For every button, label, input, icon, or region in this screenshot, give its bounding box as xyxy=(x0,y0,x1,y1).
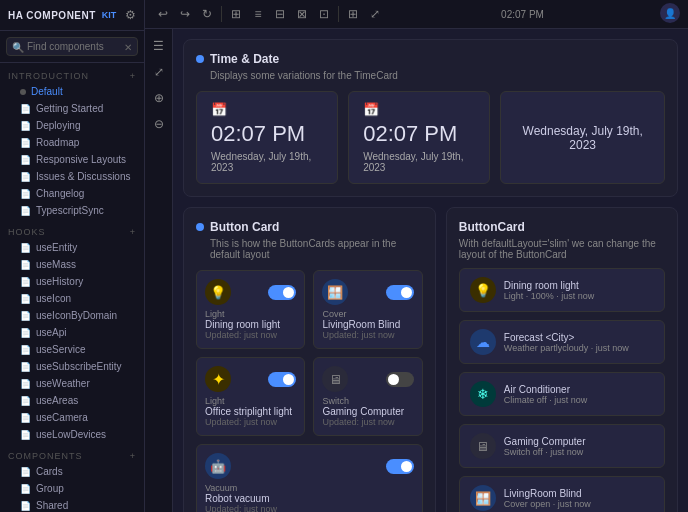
hooks-section-header: HOOKS + xyxy=(0,225,144,239)
calendar-icon: 📅 xyxy=(211,102,227,117)
gear-icon[interactable]: ⚙ xyxy=(125,8,136,22)
btn-item-office-light[interactable]: ✦ Light Office striplight light Updated:… xyxy=(196,357,305,436)
btn-item-header: ✦ xyxy=(205,366,296,392)
components-section: COMPONENTS + 📄Cards 📄Group 📄Shared 📄Them… xyxy=(0,443,144,512)
sidebar-item-usesubscribe[interactable]: 📄useSubscribeEntity xyxy=(0,358,144,375)
blind-icon: 🪟 xyxy=(322,279,348,305)
sidebar-item-useentity[interactable]: 📄useEntity xyxy=(0,239,144,256)
nav-back-icon[interactable]: ↩ xyxy=(153,4,173,24)
time-card-title: Time & Date xyxy=(210,52,279,66)
toggle-blind[interactable] xyxy=(386,285,414,300)
entity-info: Gaming Computer Switch off · just now xyxy=(504,436,654,457)
sidebar-item-useicon[interactable]: 📄useIcon xyxy=(0,290,144,307)
time-box-1: 📅 02:07 PM Wednesday, July 19th, 2023 xyxy=(196,91,338,184)
refresh-icon[interactable]: ↻ xyxy=(197,4,217,24)
sidebar-item-getting-started[interactable]: 📄 Getting Started xyxy=(0,100,144,117)
sidebar-item-default[interactable]: Default xyxy=(0,83,144,100)
sidebar-item-cards[interactable]: 📄Cards xyxy=(0,463,144,480)
app-title: HA COMPONENT xyxy=(8,10,96,21)
entity-blind-right[interactable]: 🪟 LivingRoom Blind Cover open · just now xyxy=(459,476,665,512)
sidebar-header: HA COMPONENT KIT ⚙ xyxy=(0,0,144,31)
sidebar-item-useiconbydomain[interactable]: 📄useIconByDomain xyxy=(0,307,144,324)
toggle-office[interactable] xyxy=(268,372,296,387)
intro-section: INTRODUCTION + Default 📄 Getting Started… xyxy=(0,63,144,219)
hooks-section: HOOKS + 📄useEntity 📄useMass 📄useHistory … xyxy=(0,219,144,443)
sidebar-item-uselowdevices[interactable]: 📄useLowDevices xyxy=(0,426,144,443)
columns-icon[interactable]: ⊟ xyxy=(270,4,290,24)
btn-item-header: 🪟 xyxy=(322,279,413,305)
user-avatar[interactable]: 👤 xyxy=(660,3,680,23)
sidebar-item-issues[interactable]: 📄 Issues & Discussions xyxy=(0,168,144,185)
entity-forecast[interactable]: ☁ Forecast <City> Weather partlycloudy ·… xyxy=(459,320,665,364)
sidebar-item-useapi[interactable]: 📄useApi xyxy=(0,324,144,341)
sidebar-item-typescript[interactable]: 📄 TypescriptSync xyxy=(0,202,144,219)
file-icon: 📄 xyxy=(20,138,31,148)
sidebar-item-usecamera[interactable]: 📄useCamera xyxy=(0,409,144,426)
file-icon: 📄 xyxy=(20,189,31,199)
time-date-card: Time & Date Displays some variations for… xyxy=(183,39,678,197)
office-light-icon: ✦ xyxy=(205,366,231,392)
sidebar-item-deploying[interactable]: 📄 Deploying xyxy=(0,117,144,134)
sidebar-item-usehistory[interactable]: 📄useHistory xyxy=(0,273,144,290)
expand-icon[interactable]: ⤢ xyxy=(365,4,385,24)
topbar-separator xyxy=(221,6,222,22)
entity-ac[interactable]: ❄ Air Conditioner Climate off · just now xyxy=(459,372,665,416)
section-indicator-2 xyxy=(196,223,204,231)
btn-item-dining-light[interactable]: 💡 Light Dining room light Updated: just … xyxy=(196,270,305,349)
button-grid: 💡 Light Dining room light Updated: just … xyxy=(196,270,423,512)
sidebar-item-roadmap[interactable]: 📄 Roadmap xyxy=(0,134,144,151)
file-icon: 📄 xyxy=(20,121,31,131)
entity-dining-light[interactable]: 💡 Dining room light Light · 100% · just … xyxy=(459,268,665,312)
search-input[interactable] xyxy=(6,37,138,56)
sidebar-item-useservice[interactable]: 📄useService xyxy=(0,341,144,358)
toggle-gaming[interactable] xyxy=(386,372,414,387)
time-card-title-row: Time & Date xyxy=(196,52,665,66)
entity-info: Forecast <City> Weather partlycloudy · j… xyxy=(504,332,654,353)
app-subtitle: KIT xyxy=(102,10,117,20)
sidebar: HA COMPONENT KIT ⚙ 🔍 ✕ INTRODUCTION + De… xyxy=(0,0,145,512)
sidebar-item-usemass[interactable]: 📄useMass xyxy=(0,256,144,273)
sidebar-item-useweather[interactable]: 📄useWeather xyxy=(0,375,144,392)
content-wrapper: ☰ ⤢ ⊕ ⊖ Time & Date Displays some variat… xyxy=(145,29,688,512)
entity-info: Air Conditioner Climate off · just now xyxy=(504,384,654,405)
gaming-icon: 🖥 xyxy=(322,366,348,392)
sidebar-item-group[interactable]: 📄Group xyxy=(0,480,144,497)
button-card-left: Button Card This is how the ButtonCards … xyxy=(183,207,436,512)
list-icon[interactable]: ≡ xyxy=(248,4,268,24)
grid-icon[interactable]: ⊞ xyxy=(226,4,246,24)
btn-card-left-title: Button Card xyxy=(210,220,279,234)
entity-icon: 🖥 xyxy=(470,433,496,459)
toggle-dining-light[interactable] xyxy=(268,285,296,300)
time-box-2: 📅 02:07 PM Wednesday, July 19th, 2023 xyxy=(348,91,490,184)
remove-icon[interactable]: ⊖ xyxy=(148,113,170,135)
entity-icon: 💡 xyxy=(470,277,496,303)
date-display-2: Wednesday, July 19th, 2023 xyxy=(363,151,475,173)
file-icon: 📄 xyxy=(20,155,31,165)
clear-search-icon[interactable]: ✕ xyxy=(124,41,132,52)
toggle-vacuum[interactable] xyxy=(386,459,414,474)
entity-gaming-right[interactable]: 🖥 Gaming Computer Switch off · just now xyxy=(459,424,665,468)
btn-item-gaming[interactable]: 🖥 Switch Gaming Computer Updated: just n… xyxy=(313,357,422,436)
file-icon: 📄 xyxy=(20,172,31,182)
panels-icon[interactable]: ⊠ xyxy=(292,4,312,24)
btn-item-vacuum[interactable]: 🤖 Vacuum Robot vacuum Updated: just now xyxy=(196,444,423,512)
nav-forward-icon[interactable]: ↪ xyxy=(175,4,195,24)
sidebar-item-shared[interactable]: 📄Shared xyxy=(0,497,144,512)
expand2-icon[interactable]: ⤢ xyxy=(148,61,170,83)
components-section-header: COMPONENTS + xyxy=(0,449,144,463)
time-box-3: Wednesday, July 19th, 2023 xyxy=(500,91,665,184)
entity-icon: ❄ xyxy=(470,381,496,407)
sidebar-item-responsive[interactable]: 📄 Responsive Layouts xyxy=(0,151,144,168)
search-container: 🔍 ✕ xyxy=(0,31,144,63)
hamburger-icon[interactable]: ☰ xyxy=(148,35,170,57)
vacuum-icon: 🤖 xyxy=(205,453,231,479)
time-display-1: 02:07 PM xyxy=(211,121,305,147)
split-icon[interactable]: ⊡ xyxy=(314,4,334,24)
sidebar-item-useareas[interactable]: 📄useAreas xyxy=(0,392,144,409)
table-icon[interactable]: ⊞ xyxy=(343,4,363,24)
time-card-subtitle: Displays some variations for the TimeCar… xyxy=(196,70,665,81)
sidebar-item-changelog[interactable]: 📄 Changelog xyxy=(0,185,144,202)
btn-item-livingroom-blind[interactable]: 🪟 Cover LivingRoom Blind Updated: just n… xyxy=(313,270,422,349)
add-icon[interactable]: ⊕ xyxy=(148,87,170,109)
scroll-area[interactable]: Time & Date Displays some variations for… xyxy=(173,29,688,512)
